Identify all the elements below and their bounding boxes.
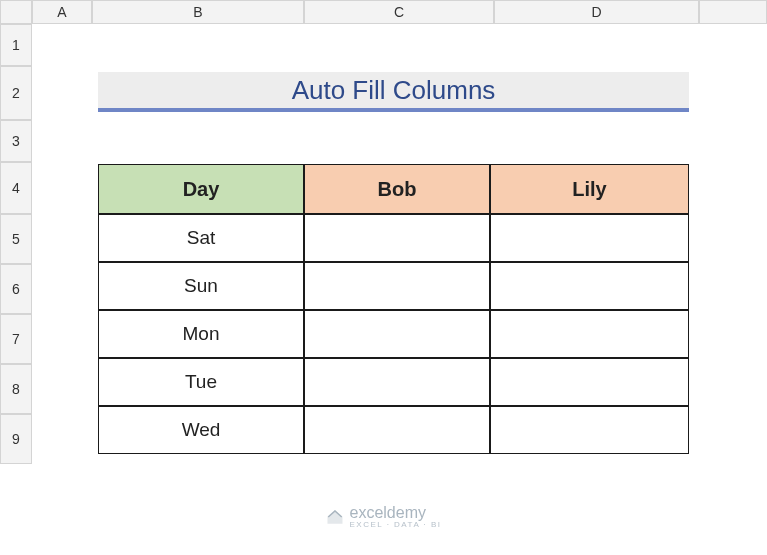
row-header-5[interactable]: 5: [0, 214, 32, 264]
col-header-a[interactable]: A: [32, 0, 92, 24]
table-cell-bob-3[interactable]: [304, 358, 490, 406]
cell-e6[interactable]: [699, 264, 767, 314]
col-header-d[interactable]: D: [494, 0, 699, 24]
table-cell-bob-1[interactable]: [304, 262, 490, 310]
cell-e5[interactable]: [699, 214, 767, 264]
table-cell-day-4[interactable]: Wed: [98, 406, 304, 454]
table-cell-lily-3[interactable]: [490, 358, 689, 406]
title-bar: Auto Fill Columns: [98, 72, 689, 112]
col-header-blank[interactable]: [699, 0, 767, 24]
brand-icon: [325, 508, 343, 526]
data-table: Day Bob Lily Sat Sun Mon Tue Wed: [98, 164, 689, 458]
spreadsheet-grid: A B C D 1 2 Auto Fill Columns 3 4 Day Bo…: [0, 0, 767, 554]
col-header-c[interactable]: C: [304, 0, 494, 24]
watermark-tagline: EXCEL · DATA · BI: [349, 520, 441, 529]
table-cell-lily-1[interactable]: [490, 262, 689, 310]
row-header-9[interactable]: 9: [0, 414, 32, 464]
table-cell-bob-0[interactable]: [304, 214, 490, 262]
cell-a5[interactable]: [32, 214, 92, 264]
row-header-1[interactable]: 1: [0, 24, 32, 66]
table-cell-day-2[interactable]: Mon: [98, 310, 304, 358]
watermark-brand: exceldemy: [349, 504, 425, 521]
row-header-3[interactable]: 3: [0, 120, 32, 162]
table-cell-day-1[interactable]: Sun: [98, 262, 304, 310]
select-all-corner[interactable]: [0, 0, 32, 24]
row-header-7[interactable]: 7: [0, 314, 32, 364]
cell-row3[interactable]: [32, 120, 767, 162]
cell-a7[interactable]: [32, 314, 92, 364]
table-cell-bob-4[interactable]: [304, 406, 490, 454]
table-header-day[interactable]: Day: [98, 164, 304, 214]
row-header-2[interactable]: 2: [0, 66, 32, 120]
cell-a6[interactable]: [32, 264, 92, 314]
table-cell-day-3[interactable]: Tue: [98, 358, 304, 406]
col-header-b[interactable]: B: [92, 0, 304, 24]
watermark: exceldemy EXCEL · DATA · BI: [325, 504, 441, 529]
cell-e2[interactable]: [699, 66, 767, 120]
table-cell-lily-4[interactable]: [490, 406, 689, 454]
table-cell-day-0[interactable]: Sat: [98, 214, 304, 262]
row-header-6[interactable]: 6: [0, 264, 32, 314]
table-cell-lily-2[interactable]: [490, 310, 689, 358]
cell-e8[interactable]: [699, 364, 767, 414]
table-header-bob[interactable]: Bob: [304, 164, 490, 214]
cell-e7[interactable]: [699, 314, 767, 364]
cell-e4[interactable]: [699, 162, 767, 214]
cell-empty[interactable]: [32, 24, 767, 66]
cell-a2[interactable]: [32, 66, 92, 120]
table-header-lily[interactable]: Lily: [490, 164, 689, 214]
cell-a9[interactable]: [32, 414, 92, 464]
table-cell-bob-2[interactable]: [304, 310, 490, 358]
cell-a8[interactable]: [32, 364, 92, 414]
row-header-8[interactable]: 8: [0, 364, 32, 414]
row-header-4[interactable]: 4: [0, 162, 32, 214]
cell-a4[interactable]: [32, 162, 92, 214]
page-title: Auto Fill Columns: [292, 75, 496, 106]
cell-e9[interactable]: [699, 414, 767, 464]
table-cell-lily-0[interactable]: [490, 214, 689, 262]
